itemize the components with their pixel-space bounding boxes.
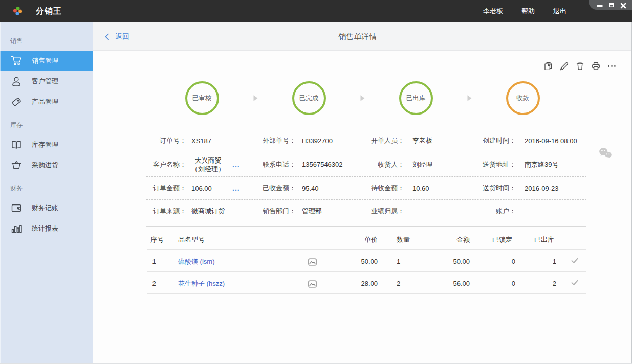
sidebar-section-label: 库存 bbox=[0, 120, 93, 129]
sidebar-item[interactable]: 销售管理 bbox=[0, 51, 93, 71]
order-field: 收货人：刘经理 bbox=[356, 152, 468, 176]
field-value: 95.40 bbox=[296, 185, 319, 192]
sidebar-item[interactable]: 库存管理 bbox=[0, 134, 93, 155]
back-button[interactable]: 返回 bbox=[105, 22, 129, 51]
order-status-steps: 已审核已完成已出库收款 bbox=[93, 81, 632, 115]
page-title: 销售单详情 bbox=[93, 22, 632, 51]
step-separator bbox=[326, 95, 399, 102]
field-label: 待收金额： bbox=[356, 184, 404, 193]
sidebar-item[interactable]: 统计报表 bbox=[0, 218, 93, 239]
edit-icon[interactable] bbox=[560, 62, 569, 71]
sidebar-item[interactable]: 客户管理 bbox=[0, 71, 93, 92]
cell-status bbox=[556, 271, 586, 293]
field-label: 客户名称： bbox=[146, 160, 186, 169]
field-value: 13567546302 bbox=[296, 161, 343, 168]
toolbar bbox=[544, 62, 616, 71]
logout-link[interactable]: 退出 bbox=[553, 7, 566, 16]
status-step-done: 已出库 bbox=[399, 81, 433, 115]
order-field: 销售部门：管理部 bbox=[243, 200, 356, 222]
items-table: 序号 品名型号 单价 数量 金额 已锁定 已出库 1硫酸镁 (lsm)50.00… bbox=[147, 226, 586, 294]
sidebar-item-label: 财务记账 bbox=[32, 198, 58, 218]
product-image-icon[interactable] bbox=[308, 280, 317, 288]
wechat-icon[interactable] bbox=[598, 146, 613, 162]
window-edge-left bbox=[0, 22, 1, 364]
cell-out: 2 bbox=[515, 271, 556, 293]
order-field: 已收金额：95.40 bbox=[243, 177, 356, 199]
sidebar-item[interactable]: 产品管理 bbox=[0, 92, 93, 112]
col-price: 单价 bbox=[335, 226, 379, 249]
product-link[interactable]: 硫酸镁 (lsm) bbox=[178, 258, 215, 265]
col-seq: 序号 bbox=[147, 226, 161, 249]
pinwheel-logo-icon bbox=[12, 6, 23, 16]
more-dots-button[interactable]: ... bbox=[232, 186, 240, 190]
col-locked: 已锁定 bbox=[471, 226, 515, 249]
user-menu[interactable]: 李老板 bbox=[483, 7, 503, 16]
book-icon bbox=[10, 139, 23, 151]
cell-product: 硫酸镁 (lsm) bbox=[161, 249, 289, 271]
order-field: 订单金额：106.00... bbox=[146, 177, 243, 199]
field-value: 管理部 bbox=[296, 207, 322, 216]
order-field: 订单号：XS187 bbox=[146, 129, 243, 152]
sidebar-item[interactable]: 采购进货 bbox=[0, 155, 93, 175]
sidebar-section: 销售销售管理客户管理产品管理 bbox=[0, 36, 93, 112]
maximize-icon[interactable] bbox=[608, 2, 615, 9]
order-field: 联系电话：13567546302 bbox=[243, 152, 356, 176]
order-field: 账户： bbox=[468, 200, 586, 222]
status-step-pending: 收款 bbox=[506, 81, 540, 115]
cell-amount: 50.00 bbox=[415, 249, 471, 271]
print-icon[interactable] bbox=[592, 62, 600, 71]
arrow-right-icon bbox=[467, 95, 472, 102]
back-label: 返回 bbox=[115, 32, 129, 41]
order-field: 送货时间：2016-09-23 bbox=[468, 177, 586, 199]
sidebar: 销售销售管理客户管理产品管理库存库存管理采购进货财务财务记账统计报表 bbox=[0, 22, 93, 364]
close-icon[interactable] bbox=[620, 2, 626, 9]
field-label: 销售部门： bbox=[243, 207, 296, 216]
cell-locked: 0 bbox=[471, 249, 515, 271]
field-value: 南京路39号 bbox=[516, 160, 558, 169]
status-step-done: 已审核 bbox=[185, 81, 219, 115]
field-label: 订单号： bbox=[146, 136, 186, 145]
status-step-label: 已审核 bbox=[192, 94, 212, 103]
field-label: 收货人： bbox=[356, 160, 404, 169]
field-value: 微商城订货 bbox=[186, 207, 225, 216]
page-header: 返回 销售单详情 bbox=[93, 22, 632, 51]
step-separator bbox=[433, 95, 506, 102]
sidebar-item-label: 采购进货 bbox=[32, 155, 58, 175]
more-icon[interactable] bbox=[607, 62, 616, 71]
cell-price: 50.00 bbox=[335, 249, 379, 271]
cell-seq: 1 bbox=[147, 249, 161, 271]
person-icon bbox=[10, 75, 23, 87]
cart-icon bbox=[10, 55, 23, 67]
field-label: 已收金额： bbox=[243, 184, 296, 193]
field-label: 订单金额： bbox=[146, 184, 186, 193]
sidebar-item-label: 销售管理 bbox=[32, 51, 58, 71]
order-field: 创建时间：2016-09-16 08:00 bbox=[468, 129, 586, 152]
field-label: 开单人员： bbox=[356, 136, 404, 145]
sidebar-item[interactable]: 财务记账 bbox=[0, 198, 93, 218]
minimize-icon[interactable] bbox=[597, 2, 603, 9]
order-field-row: 订单金额：106.00...已收金额：95.40待收金额：10.60送货时间：2… bbox=[146, 177, 586, 200]
delete-icon[interactable] bbox=[576, 62, 584, 71]
order-field-row: 订单号：XS187外部单号：H3392700开单人员：李老板创建时间：2016-… bbox=[146, 124, 586, 152]
field-value: 刘经理 bbox=[404, 160, 432, 169]
sidebar-section-label: 财务 bbox=[0, 184, 93, 193]
cell-locked: 0 bbox=[471, 271, 515, 293]
field-label: 订单来源： bbox=[146, 207, 186, 216]
copy-icon[interactable] bbox=[544, 62, 553, 71]
check-icon bbox=[571, 258, 578, 264]
product-image-icon[interactable] bbox=[308, 258, 317, 266]
product-link[interactable]: 花生种子 (hszz) bbox=[178, 280, 225, 287]
more-dots-button[interactable]: ... bbox=[232, 163, 240, 167]
cell-status bbox=[556, 249, 586, 271]
arrow-right-icon bbox=[360, 95, 365, 102]
help-link[interactable]: 帮助 bbox=[521, 7, 535, 16]
barchart-icon bbox=[10, 222, 23, 235]
status-step-label: 已完成 bbox=[299, 94, 319, 103]
cell-seq: 2 bbox=[147, 271, 161, 293]
col-amount: 金额 bbox=[415, 226, 471, 249]
cell-image bbox=[289, 271, 335, 293]
sidebar-item-label: 统计报表 bbox=[32, 218, 58, 239]
items-table-area: 序号 品名型号 单价 数量 金额 已锁定 已出库 1硫酸镁 (lsm)50.00… bbox=[147, 226, 586, 294]
order-field: 订单来源：微商城订货 bbox=[146, 200, 243, 222]
field-value: H3392700 bbox=[296, 137, 333, 145]
